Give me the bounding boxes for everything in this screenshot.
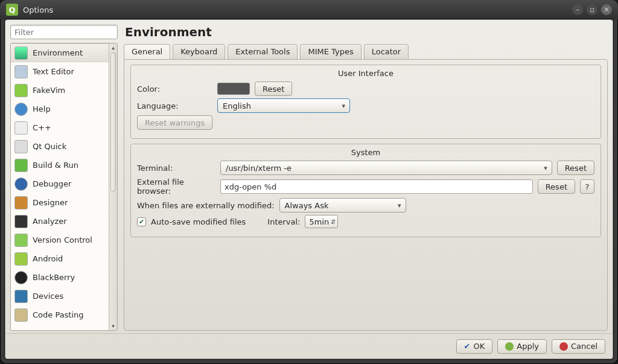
button-label: Reset (565, 164, 587, 173)
sidebar-item-help[interactable]: Help (11, 100, 109, 118)
sidebar-item-label: Environment (33, 48, 83, 57)
cpp-icon (14, 121, 28, 135)
reset-warnings-button[interactable]: Reset warnings (137, 115, 212, 130)
debugger-icon (14, 177, 28, 191)
build-run-icon (14, 159, 28, 172)
external-browser-reset-button[interactable]: Reset (538, 179, 575, 194)
terminal-select[interactable]: /usr/bin/xterm -e (220, 161, 552, 175)
tab-label: Keyboard (180, 47, 217, 56)
sidebar-item-debugger[interactable]: Debugger (11, 174, 109, 193)
button-label: OK (473, 342, 485, 351)
fakevim-icon (14, 84, 28, 97)
button-label: Reset (546, 182, 567, 191)
sidebar-item-qt-quick[interactable]: Qt Quick (11, 137, 109, 156)
autosave-checkbox[interactable]: ✔ (137, 217, 146, 226)
blackberry-icon (14, 271, 28, 284)
button-label: Cancel (571, 342, 597, 351)
sidebar-scrollbar[interactable]: ▴ ▾ (109, 43, 117, 330)
tab-mime-types[interactable]: MIME Types (300, 44, 361, 60)
button-label: Reset warnings (145, 118, 205, 127)
sidebar-item-label: Devices (33, 292, 63, 301)
page-title: Environment (125, 25, 608, 39)
minimize-icon[interactable]: – (572, 4, 583, 15)
client-area: Environment Text Editor FakeVim Help C++… (5, 19, 613, 359)
tab-pane-general: User Interface Color: Reset Language: En… (124, 59, 608, 331)
sidebar-item-analyzer[interactable]: Analyzer (11, 212, 109, 231)
qt-quick-icon (14, 140, 28, 153)
sidebar-item-designer[interactable]: Designer (11, 193, 109, 212)
version-control-icon (14, 234, 28, 247)
window-title: Options (23, 5, 53, 14)
sidebar-item-label: Build & Run (33, 161, 78, 170)
scroll-down-icon[interactable]: ▾ (109, 322, 117, 330)
sidebar-item-fakevim[interactable]: FakeVim (11, 81, 109, 100)
select-value: English (223, 101, 251, 110)
options-window: Q Options – ▫ ✕ Environment Text Editor … (0, 0, 618, 364)
tab-external-tools[interactable]: External Tools (228, 44, 298, 60)
help-icon (14, 103, 28, 116)
color-label: Color: (137, 85, 212, 94)
sidebar-item-label: BlackBerry (33, 273, 75, 282)
tab-keyboard[interactable]: Keyboard (173, 44, 225, 60)
sidebar-item-label: FakeVim (33, 86, 65, 95)
language-label: Language: (137, 101, 212, 110)
tab-label: General (132, 47, 162, 56)
dialog-footer: ✔OK Apply Cancel (5, 333, 613, 359)
sidebar-item-code-pasting[interactable]: Code Pasting (11, 305, 109, 324)
external-browser-label: External file browser: (137, 177, 215, 196)
select-value: Always Ask (285, 201, 329, 210)
external-browser-input[interactable] (220, 179, 533, 194)
cancel-icon (559, 342, 568, 351)
titlebar: Q Options – ▫ ✕ (0, 0, 618, 19)
designer-icon (14, 196, 28, 209)
sidebar-item-cpp[interactable]: C++ (11, 118, 109, 137)
autosave-label: Auto-save modified files (151, 217, 246, 226)
select-value: /usr/bin/xterm -e (226, 164, 291, 173)
sidebar-item-label: Help (33, 104, 51, 113)
maximize-icon[interactable]: ▫ (587, 4, 597, 15)
sidebar-item-label: C++ (33, 123, 51, 132)
sidebar-item-blackberry[interactable]: BlackBerry (11, 268, 109, 287)
external-modified-select[interactable]: Always Ask (279, 198, 406, 212)
user-interface-group: User Interface Color: Reset Language: En… (130, 65, 601, 139)
cancel-button[interactable]: Cancel (552, 339, 605, 354)
filter-input[interactable] (10, 25, 118, 39)
text-editor-icon (14, 65, 28, 78)
terminal-label: Terminal: (137, 164, 215, 173)
sidebar-item-label: Text Editor (33, 67, 74, 76)
spin-value: 5min (309, 217, 329, 226)
close-icon[interactable]: ✕ (601, 4, 612, 15)
interval-label: Interval: (267, 217, 300, 226)
help-button[interactable]: ? (580, 179, 594, 194)
sidebar-item-environment[interactable]: Environment (11, 43, 109, 62)
sidebar-item-label: Debugger (33, 179, 71, 188)
interval-spinbox[interactable]: 5min (305, 215, 338, 228)
color-swatch[interactable] (217, 83, 250, 95)
category-sidebar: Environment Text Editor FakeVim Help C++… (10, 43, 118, 331)
terminal-reset-button[interactable]: Reset (557, 161, 594, 175)
color-reset-button[interactable]: Reset (255, 81, 292, 96)
sidebar-item-version-control[interactable]: Version Control (11, 231, 109, 249)
tab-label: Locator (372, 47, 401, 56)
monitor-icon (14, 46, 28, 60)
sidebar-item-label: Designer (33, 198, 68, 207)
scroll-up-icon[interactable]: ▴ (109, 43, 117, 52)
language-select[interactable]: English (217, 98, 350, 113)
ok-button[interactable]: ✔OK (456, 339, 493, 354)
apply-button[interactable]: Apply (497, 339, 547, 354)
button-label: Apply (517, 342, 539, 351)
button-label: Reset (263, 85, 284, 94)
scroll-thumb[interactable] (110, 53, 116, 191)
system-group: System Terminal: /usr/bin/xterm -e Reset… (130, 144, 601, 237)
qt-icon: Q (6, 4, 18, 16)
sidebar-item-build-run[interactable]: Build & Run (11, 156, 109, 174)
sidebar-item-text-editor[interactable]: Text Editor (11, 62, 109, 81)
tab-locator[interactable]: Locator (364, 44, 409, 60)
sidebar-item-devices[interactable]: Devices (11, 287, 109, 305)
devices-icon (14, 290, 28, 303)
tab-general[interactable]: General (124, 44, 170, 60)
tab-label: MIME Types (308, 47, 353, 56)
android-icon (14, 252, 28, 266)
analyzer-icon (14, 215, 28, 228)
sidebar-item-android[interactable]: Android (11, 249, 109, 268)
